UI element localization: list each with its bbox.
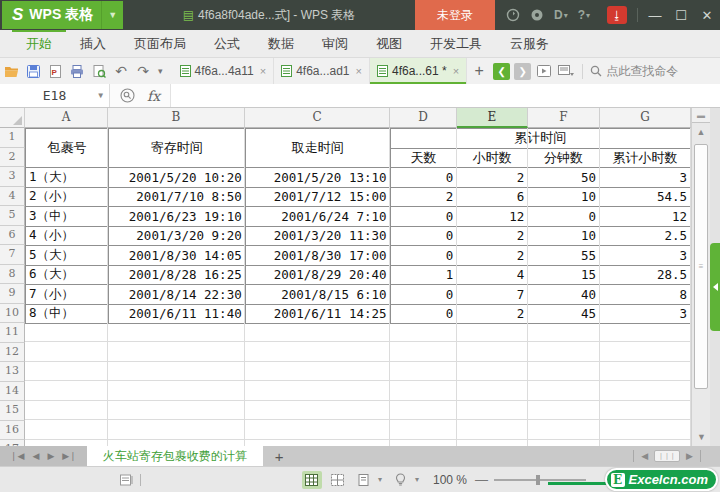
row-header-14[interactable]: 14: [0, 382, 25, 402]
menu-tab-6[interactable]: 视图: [362, 30, 416, 57]
cell-A9[interactable]: 7（小）: [26, 285, 109, 305]
page-break-view-icon[interactable]: [328, 471, 348, 489]
insert-function-button[interactable]: fx: [147, 88, 160, 104]
name-box-dropdown-icon[interactable]: ▼: [98, 91, 103, 100]
cell-D3[interactable]: 0: [390, 168, 457, 188]
col-header-E[interactable]: E: [457, 108, 528, 128]
row-header-1[interactable]: 1: [0, 128, 25, 148]
cell-E8[interactable]: 4: [457, 265, 528, 285]
cell-G6[interactable]: 2.5: [600, 226, 691, 246]
macro-record-icon[interactable]: [120, 474, 134, 486]
col-header-F[interactable]: F: [528, 108, 600, 128]
cell-F2[interactable]: 分钟数: [528, 148, 600, 168]
cell-E5[interactable]: 12: [457, 207, 528, 227]
doc-tab-0[interactable]: 4f6a...4a11×: [173, 58, 275, 84]
cell-B1[interactable]: 寄存时间: [108, 129, 245, 168]
cell-G7[interactable]: 3: [600, 246, 691, 266]
cell-C9[interactable]: 2001/8/15 6:10: [245, 285, 390, 305]
new-document-tab-button[interactable]: +: [467, 62, 491, 80]
cell-A3[interactable]: 1（大）: [26, 168, 109, 188]
scroll-right-icon[interactable]: ▶: [686, 451, 693, 461]
cell-G2[interactable]: 累计小时数: [600, 148, 691, 168]
cell-B3[interactable]: 2001/5/20 10:20: [108, 168, 245, 188]
cell-D9[interactable]: 0: [390, 285, 457, 305]
col-header-A[interactable]: A: [25, 108, 108, 128]
menu-tab-3[interactable]: 公式: [200, 30, 254, 57]
chevron-down-icon[interactable]: ▼: [101, 1, 117, 29]
open-file-icon[interactable]: [1, 60, 21, 82]
menu-tab-0[interactable]: 开始: [12, 30, 66, 57]
cell-E2[interactable]: 小时数: [457, 148, 528, 168]
row-header-15[interactable]: 15: [0, 401, 25, 421]
row-header-9[interactable]: 9: [0, 284, 25, 304]
vertical-scroll-thumb[interactable]: ≡: [694, 144, 708, 389]
cell-B4[interactable]: 2001/7/10 8:50: [108, 187, 245, 207]
prev-tab-button[interactable]: ❮: [493, 63, 510, 80]
menu-tab-8[interactable]: 云服务: [496, 30, 563, 57]
skin-icon[interactable]: D▾: [554, 8, 568, 22]
close-tab-icon[interactable]: ×: [260, 65, 266, 77]
normal-view-icon[interactable]: [302, 471, 322, 489]
cell-F4[interactable]: 10: [528, 187, 600, 207]
doc-tab-2[interactable]: 4f6a...61 *×: [370, 58, 467, 84]
menu-tab-4[interactable]: 数据: [254, 30, 308, 57]
cell-E10[interactable]: 2: [457, 304, 528, 324]
scroll-down-icon[interactable]: ▼: [692, 432, 711, 442]
cell-G8[interactable]: 28.5: [600, 265, 691, 285]
cell-E3[interactable]: 2: [457, 168, 528, 188]
toolbar-more-icon[interactable]: ▾: [158, 66, 163, 76]
formula-input[interactable]: [170, 84, 720, 107]
col-header-C[interactable]: C: [245, 108, 390, 128]
cell-F8[interactable]: 15: [528, 265, 600, 285]
cell-C4[interactable]: 2001/7/12 15:00: [245, 187, 390, 207]
cell-G9[interactable]: 8: [600, 285, 691, 305]
cell-C6[interactable]: 2001/3/20 11:30: [245, 226, 390, 246]
add-sheet-button[interactable]: +: [263, 446, 296, 466]
cell-E6[interactable]: 2: [457, 226, 528, 246]
last-sheet-icon[interactable]: ▶❘: [62, 451, 76, 461]
cell-D6[interactable]: 0: [390, 226, 457, 246]
cell-B9[interactable]: 2001/8/14 22:30: [108, 285, 245, 305]
view-dropdown-icon[interactable]: ▾: [378, 475, 382, 484]
zoom-out-button[interactable]: —: [475, 472, 488, 487]
cell-G4[interactable]: 54.5: [600, 187, 691, 207]
next-tab-button[interactable]: ❯: [514, 63, 531, 80]
close-button[interactable]: ✕: [694, 0, 720, 30]
zoom-slider[interactable]: [494, 479, 586, 481]
next-sheet-icon[interactable]: ▶: [47, 451, 54, 461]
cell-F10[interactable]: 45: [528, 304, 600, 324]
close-tab-icon[interactable]: ×: [453, 65, 459, 77]
name-box[interactable]: E18 ▼: [0, 84, 110, 107]
cell-A8[interactable]: 6（大）: [26, 265, 109, 285]
cell-C8[interactable]: 2001/8/29 20:40: [245, 265, 390, 285]
cell-A10[interactable]: 8（中）: [26, 304, 109, 324]
menu-tab-7[interactable]: 开发工具: [416, 30, 496, 57]
scroll-left-icon[interactable]: ◀: [641, 451, 648, 461]
row-header-3[interactable]: 3: [0, 167, 25, 187]
row-header-12[interactable]: 12: [0, 343, 25, 363]
cell-D10[interactable]: 0: [390, 304, 457, 324]
cell-E4[interactable]: 6: [457, 187, 528, 207]
cell-E7[interactable]: 2: [457, 246, 528, 266]
row-header-13[interactable]: 13: [0, 362, 25, 382]
undo-icon[interactable]: ↶: [111, 60, 131, 82]
print-icon[interactable]: [67, 60, 87, 82]
cell-C7[interactable]: 2001/8/30 17:00: [245, 246, 390, 266]
row-header-5[interactable]: 5: [0, 206, 25, 226]
cell-E9[interactable]: 7: [457, 285, 528, 305]
cell-A4[interactable]: 2（小）: [26, 187, 109, 207]
scroll-up-icon[interactable]: ▲: [692, 123, 710, 140]
row-header-4[interactable]: 4: [0, 187, 25, 207]
zoom-slider-handle[interactable]: [536, 475, 540, 485]
help-icon[interactable]: ?▾: [578, 8, 590, 22]
menu-tab-5[interactable]: 审阅: [308, 30, 362, 57]
cell-G3[interactable]: 3: [600, 168, 691, 188]
cell-B8[interactable]: 2001/8/28 16:25: [108, 265, 245, 285]
cell-A7[interactable]: 5（大）: [26, 246, 109, 266]
menu-tab-1[interactable]: 插入: [66, 30, 120, 57]
row-header-2[interactable]: 2: [0, 148, 25, 168]
col-header-D[interactable]: D: [390, 108, 457, 128]
horizontal-scrollbar[interactable]: ◀ ❘❘❘ ▶: [626, 446, 720, 466]
download-badge-icon[interactable]: ⭳: [607, 6, 627, 24]
menu-tab-2[interactable]: 页面布局: [120, 30, 200, 57]
